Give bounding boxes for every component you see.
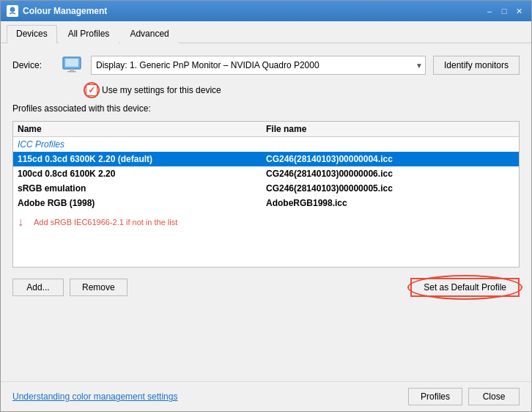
footer-right: Profiles Close: [408, 388, 520, 405]
tab-all-profiles[interactable]: All Profiles: [59, 25, 119, 43]
icc-profiles-group-label: ICC Profiles: [13, 137, 519, 152]
bottom-buttons: Add... Remove Set as Default Profile: [12, 278, 520, 297]
window-title: Colour Management: [23, 6, 107, 16]
profile-filename: CG246(28140103)00000004.icc: [266, 154, 514, 164]
profile-filename: AdobeRGB1998.icc: [266, 198, 514, 208]
colour-management-window: Colour Management – □ ✕ Devices All Prof…: [0, 0, 532, 412]
svg-rect-2: [65, 59, 78, 67]
maximize-button[interactable]: □: [498, 4, 511, 18]
add-button[interactable]: Add...: [12, 279, 64, 296]
device-row: Device: Display: 1. Generic PnP Monitor …: [12, 54, 520, 77]
device-label: Device:: [12, 60, 53, 70]
red-arrow-icon: ↓: [18, 216, 23, 229]
title-bar: Colour Management – □ ✕: [1, 1, 531, 21]
close-button[interactable]: Close: [468, 388, 520, 405]
title-controls: – □ ✕: [483, 4, 525, 18]
col-filename-header: File name: [266, 124, 514, 134]
svg-point-0: [10, 7, 15, 12]
check-mark-icon: ✓: [88, 85, 95, 95]
add-hint-text: Add sRGB IEC61966-2.1 if not in the list: [28, 213, 183, 231]
color-management-link[interactable]: Understanding color management settings: [12, 391, 177, 402]
profile-filename: CG246(28140103)00000005.icc: [266, 183, 514, 194]
table-row[interactable]: 115cd 0.3cd 6300K 2.20 (default) CG246(2…: [13, 152, 519, 166]
svg-rect-4: [67, 71, 76, 73]
monitor-icon: [60, 54, 84, 77]
tab-advanced[interactable]: Advanced: [120, 25, 178, 43]
profile-name: 115cd 0.3cd 6300K 2.20 (default): [18, 154, 266, 164]
close-title-button[interactable]: ✕: [512, 4, 525, 18]
profile-filename: CG246(28140103)00000006.icc: [266, 169, 514, 179]
checkbox-row: ✓ Use my settings for this device: [86, 84, 520, 96]
minimize-button[interactable]: –: [483, 4, 496, 18]
profiles-table-container[interactable]: Name File name ICC Profiles 115cd 0.3cd …: [12, 121, 520, 268]
main-content: Device: Display: 1. Generic PnP Monitor …: [1, 43, 531, 381]
profiles-section-label: Profiles associated with this device:: [12, 103, 520, 114]
table-header: Name File name: [13, 122, 519, 137]
use-settings-label[interactable]: Use my settings for this device: [102, 85, 221, 95]
identify-monitors-button[interactable]: Identify monitors: [433, 56, 520, 75]
use-settings-checkbox-wrapper: ✓: [86, 84, 97, 96]
svg-rect-3: [70, 69, 74, 71]
profile-name: Adobe RGB (1998): [18, 198, 266, 208]
set-default-button[interactable]: Set as Default Profile: [410, 278, 520, 297]
table-row[interactable]: sRGB emulation CG246(28140103)00000005.i…: [13, 181, 519, 196]
use-settings-checkbox[interactable]: ✓: [86, 84, 97, 96]
add-hint-row: ↓ Add sRGB IEC61966-2.1 if not in the li…: [13, 210, 519, 232]
tab-bar: Devices All Profiles Advanced: [1, 21, 531, 43]
tab-devices[interactable]: Devices: [7, 25, 57, 43]
profiles-button[interactable]: Profiles: [408, 388, 462, 405]
title-bar-left: Colour Management: [7, 5, 107, 17]
remove-button[interactable]: Remove: [70, 279, 128, 296]
col-name-header: Name: [18, 124, 266, 134]
device-select[interactable]: Display: 1. Generic PnP Monitor – NVIDIA…: [91, 56, 426, 75]
profile-name: 100cd 0.8cd 6100K 2.20: [18, 169, 266, 179]
device-select-wrapper: Display: 1. Generic PnP Monitor – NVIDIA…: [91, 56, 426, 75]
footer: Understanding color management settings …: [1, 381, 531, 411]
app-icon: [7, 5, 18, 17]
table-row[interactable]: 100cd 0.8cd 6100K 2.20 CG246(28140103)00…: [13, 166, 519, 181]
profile-name: sRGB emulation: [18, 183, 266, 194]
table-row[interactable]: Adobe RGB (1998) AdobeRGB1998.icc: [13, 196, 519, 210]
